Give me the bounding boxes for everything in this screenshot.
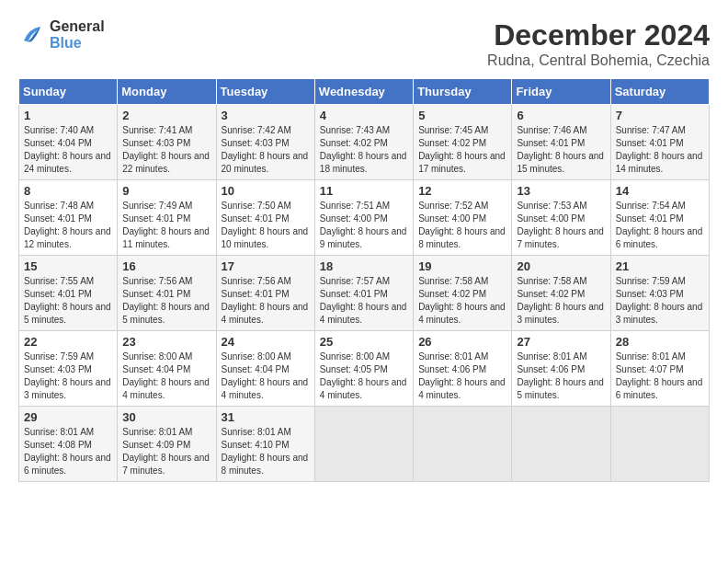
calendar-cell: 21Sunrise: 7:59 AMSunset: 4:03 PMDayligh… [610,256,709,331]
day-info: Sunrise: 7:40 AMSunset: 4:04 PMDaylight:… [24,125,111,174]
day-number: 2 [122,109,210,122]
calendar-cell: 10Sunrise: 7:50 AMSunset: 4:01 PMDayligh… [216,180,314,256]
header-thursday: Thursday [414,79,512,105]
calendar-cell: 20Sunrise: 7:58 AMSunset: 4:02 PMDayligh… [512,256,610,331]
day-number: 16 [122,259,210,273]
day-info: Sunrise: 8:01 AMSunset: 4:09 PMDaylight:… [122,427,210,476]
day-info: Sunrise: 8:00 AMSunset: 4:04 PMDaylight:… [222,351,309,400]
day-info: Sunrise: 7:45 AMSunset: 4:02 PMDaylight:… [418,125,506,174]
day-info: Sunrise: 7:47 AMSunset: 4:01 PMDaylight:… [616,125,703,174]
day-info: Sunrise: 7:42 AMSunset: 4:03 PMDaylight:… [222,125,309,174]
day-number: 31 [222,410,310,424]
day-number: 7 [616,109,704,122]
day-info: Sunrise: 7:52 AMSunset: 4:00 PMDaylight:… [418,201,506,249]
day-info: Sunrise: 7:43 AMSunset: 4:02 PMDaylight:… [320,125,407,174]
day-number: 13 [517,184,605,198]
calendar-cell: 25Sunrise: 8:00 AMSunset: 4:05 PMDayligh… [314,331,413,407]
day-info: Sunrise: 7:54 AMSunset: 4:01 PMDaylight:… [616,201,703,249]
calendar-cell: 30Sunrise: 8:01 AMSunset: 4:09 PMDayligh… [118,407,216,482]
day-info: Sunrise: 7:51 AMSunset: 4:00 PMDaylight:… [320,201,407,249]
day-number: 15 [24,259,112,273]
header-tuesday: Tuesday [216,79,314,105]
calendar-week-2: 8Sunrise: 7:48 AMSunset: 4:01 PMDaylight… [19,180,710,256]
day-number: 22 [24,335,112,349]
calendar-week-1: 1Sunrise: 7:40 AMSunset: 4:04 PMDaylight… [19,105,710,180]
calendar-cell: 28Sunrise: 8:01 AMSunset: 4:07 PMDayligh… [610,331,709,407]
day-info: Sunrise: 8:01 AMSunset: 4:08 PMDaylight:… [24,427,111,476]
calendar-cell: 2Sunrise: 7:41 AMSunset: 4:03 PMDaylight… [118,105,216,180]
day-info: Sunrise: 7:49 AMSunset: 4:01 PMDaylight:… [122,201,210,249]
calendar-cell: 4Sunrise: 7:43 AMSunset: 4:02 PMDaylight… [314,105,413,180]
header-wednesday: Wednesday [314,79,413,105]
day-number: 26 [418,335,506,349]
title-block: December 2024 Rudna, Central Bohemia, Cz… [487,18,710,69]
calendar-cell [314,407,413,482]
calendar-cell: 22Sunrise: 7:59 AMSunset: 4:03 PMDayligh… [19,331,118,407]
day-info: Sunrise: 8:01 AMSunset: 4:07 PMDaylight:… [616,351,703,400]
day-info: Sunrise: 8:01 AMSunset: 4:06 PMDaylight:… [418,351,506,400]
calendar-week-3: 15Sunrise: 7:55 AMSunset: 4:01 PMDayligh… [19,256,710,331]
day-info: Sunrise: 7:58 AMSunset: 4:02 PMDaylight:… [517,276,604,325]
calendar-cell: 31Sunrise: 8:01 AMSunset: 4:10 PMDayligh… [216,407,314,482]
day-number: 19 [418,259,506,273]
day-info: Sunrise: 8:00 AMSunset: 4:05 PMDaylight:… [320,351,407,400]
calendar-cell: 19Sunrise: 7:58 AMSunset: 4:02 PMDayligh… [414,256,512,331]
page-title: December 2024 [487,18,710,52]
calendar-cell: 9Sunrise: 7:49 AMSunset: 4:01 PMDaylight… [118,180,216,256]
day-info: Sunrise: 7:56 AMSunset: 4:01 PMDaylight:… [222,276,309,325]
day-number: 23 [122,335,210,349]
calendar-cell: 26Sunrise: 8:01 AMSunset: 4:06 PMDayligh… [414,331,512,407]
calendar-cell: 14Sunrise: 7:54 AMSunset: 4:01 PMDayligh… [610,180,709,256]
day-info: Sunrise: 7:48 AMSunset: 4:01 PMDaylight:… [24,201,111,249]
day-info: Sunrise: 7:59 AMSunset: 4:03 PMDaylight:… [24,351,111,400]
day-info: Sunrise: 7:53 AMSunset: 4:00 PMDaylight:… [517,201,604,249]
day-info: Sunrise: 8:00 AMSunset: 4:04 PMDaylight:… [122,351,210,400]
calendar-cell: 1Sunrise: 7:40 AMSunset: 4:04 PMDaylight… [19,105,118,180]
day-number: 17 [222,259,310,273]
day-number: 25 [320,335,408,349]
calendar-cell [512,407,610,482]
calendar-cell: 12Sunrise: 7:52 AMSunset: 4:00 PMDayligh… [414,180,512,256]
day-number: 6 [517,109,605,122]
header-saturday: Saturday [610,79,709,105]
day-number: 14 [616,184,704,198]
day-number: 9 [122,184,210,198]
calendar-table: SundayMondayTuesdayWednesdayThursdayFrid… [18,78,710,482]
day-number: 18 [320,259,408,273]
logo: General Blue [18,18,105,52]
day-info: Sunrise: 7:56 AMSunset: 4:01 PMDaylight:… [122,276,210,325]
day-info: Sunrise: 8:01 AMSunset: 4:10 PMDaylight:… [222,427,309,476]
day-number: 12 [418,184,506,198]
calendar-cell [610,407,709,482]
calendar-cell: 23Sunrise: 8:00 AMSunset: 4:04 PMDayligh… [118,331,216,407]
day-info: Sunrise: 7:41 AMSunset: 4:03 PMDaylight:… [122,125,210,174]
calendar-cell: 27Sunrise: 8:01 AMSunset: 4:06 PMDayligh… [512,331,610,407]
day-info: Sunrise: 8:01 AMSunset: 4:06 PMDaylight:… [517,351,604,400]
day-info: Sunrise: 7:46 AMSunset: 4:01 PMDaylight:… [517,125,604,174]
day-number: 24 [222,335,310,349]
calendar-cell: 7Sunrise: 7:47 AMSunset: 4:01 PMDaylight… [610,105,709,180]
day-number: 30 [122,410,210,424]
day-number: 27 [517,335,605,349]
day-number: 1 [24,109,112,122]
logo-text: General Blue [50,18,105,52]
calendar-cell: 18Sunrise: 7:57 AMSunset: 4:01 PMDayligh… [314,256,413,331]
calendar-header-row: SundayMondayTuesdayWednesdayThursdayFrid… [19,79,710,105]
calendar-cell: 24Sunrise: 8:00 AMSunset: 4:04 PMDayligh… [216,331,314,407]
header-friday: Friday [512,79,610,105]
calendar-week-4: 22Sunrise: 7:59 AMSunset: 4:03 PMDayligh… [19,331,710,407]
day-number: 4 [320,109,408,122]
day-number: 29 [24,410,112,424]
calendar-week-5: 29Sunrise: 8:01 AMSunset: 4:08 PMDayligh… [19,407,710,482]
day-info: Sunrise: 7:59 AMSunset: 4:03 PMDaylight:… [616,276,703,325]
calendar-cell: 5Sunrise: 7:45 AMSunset: 4:02 PMDaylight… [414,105,512,180]
day-number: 3 [222,109,310,122]
header-monday: Monday [118,79,216,105]
page-subtitle: Rudna, Central Bohemia, Czechia [487,52,710,69]
day-number: 5 [418,109,506,122]
header: General Blue December 2024 Rudna, Centra… [18,18,710,69]
day-number: 20 [517,259,605,273]
calendar-cell: 8Sunrise: 7:48 AMSunset: 4:01 PMDaylight… [19,180,118,256]
calendar-cell: 16Sunrise: 7:56 AMSunset: 4:01 PMDayligh… [118,256,216,331]
day-number: 21 [616,259,704,273]
